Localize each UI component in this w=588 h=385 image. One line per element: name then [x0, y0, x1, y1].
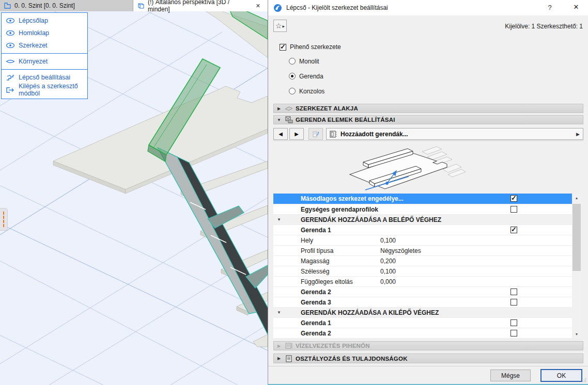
row-name: Gerenda 2 [285, 288, 331, 296]
row-name: Függőleges eltolás [285, 278, 353, 285]
palette-item-label: Környezet [19, 58, 48, 65]
beam-preview-drawing [335, 142, 506, 192]
table-row[interactable]: Profil típusa Négyszögletes [273, 245, 572, 255]
landing-structure-checkbox[interactable] [280, 44, 286, 51]
row-name: Gerenda 1 [285, 227, 331, 234]
row-name: Másodlagos szerkezet engedélye... [285, 195, 404, 202]
palette-item-treads[interactable]: Lépcsőlap [2, 14, 87, 27]
table-row[interactable]: Gerenda 3 [273, 297, 572, 307]
table-row[interactable]: Magasság 0,200 [273, 255, 572, 266]
table-group-row[interactable]: ▼ GERENDÁK HOZZÁADÁSA A BELÉPŐ VÉGHEZ [273, 214, 572, 224]
table-row[interactable]: Gerenda 1 [273, 224, 572, 235]
tab-story-label: 0. 0. Szint [0. 0. Szint] [14, 2, 75, 9]
palette-item-risers[interactable]: Homloklap [2, 27, 87, 39]
section-structure-shape[interactable]: ▶ SZERKEZET ALAKJA [273, 104, 583, 113]
transfer-settings-button[interactable] [308, 128, 323, 140]
flyout-caret-icon: ▶ [282, 24, 285, 28]
radio-label: Monolit [299, 58, 319, 65]
row-checkbox[interactable] [510, 195, 517, 202]
tab-close-icon[interactable]: ✕ [256, 3, 260, 9]
prev-page-button[interactable]: ◀ [273, 128, 288, 140]
row-checkbox[interactable] [510, 330, 517, 336]
row-name: Gerenda 2 [285, 330, 331, 337]
palette-item-stair-settings[interactable]: Lépcső beállításai [2, 71, 87, 84]
table-row[interactable]: Egységes gerendaprofilok [273, 204, 572, 214]
eye-closed-icon [6, 58, 15, 65]
row-checkbox[interactable] [510, 319, 517, 326]
row-value[interactable]: 0,100 [380, 268, 396, 275]
scroll-down-icon[interactable]: ▼ [572, 330, 581, 338]
table-row[interactable]: Másodlagos szerkezet engedélye... [273, 194, 572, 204]
cancel-button[interactable]: Mégse [490, 370, 531, 381]
tab-story[interactable]: 0. 0. Szint [0. 0. Szint] [0, 0, 133, 11]
section-beam-elements[interactable]: ▼ GERENDA ELEMEK BEÁLLÍTÁSAI [273, 115, 583, 124]
ok-button[interactable]: OK [540, 369, 582, 382]
table-scrollbar[interactable]: ▲ ▼ [572, 194, 581, 338]
section-classification[interactable]: ▶ OSZTÁLYOZÁS ÉS TULAJDONSÁGOK [273, 354, 583, 363]
scrollbar-thumb[interactable] [572, 204, 581, 271]
row-name: Egységes gerendaprofilok [285, 206, 378, 213]
table-group-row[interactable]: ▼ GERENDÁK HOZZÁADÁSA A KILÉPŐ VÉGHEZ [273, 307, 572, 317]
row-name: Hely [285, 237, 313, 244]
palette-separator [2, 53, 87, 54]
row-value[interactable]: 0,100 [380, 237, 396, 244]
radio-circle[interactable] [289, 88, 296, 94]
palette-item-label: Lépcsőlap [19, 17, 48, 24]
palette-item-environment[interactable]: Környezet [2, 55, 87, 68]
beam-elements-icon [284, 116, 293, 123]
table-row[interactable]: Gerenda 2 [273, 286, 572, 297]
palette-item-exit-edit-mode[interactable]: Kilépés a szerkesztő módból [2, 84, 87, 96]
collapse-caret-icon: ▶ [274, 106, 284, 111]
collapse-caret-icon: ▶ [274, 356, 284, 361]
scroll-up-icon[interactable]: ▲ [572, 194, 581, 202]
tab-3d-perspective[interactable]: (!) Általános perspektíva [3D / minden] … [133, 0, 268, 11]
radio-gerenda[interactable]: Gerenda [289, 69, 324, 84]
selection-status: Kijelölve: 1 Szerkeszthető: 1 [505, 23, 583, 30]
section-label: GERENDA ELEMEK BEÁLLÍTÁSAI [296, 117, 395, 123]
table-row[interactable]: Gerenda 1 [273, 317, 572, 328]
radio-konzolos[interactable]: Konzolos [289, 84, 324, 99]
row-value[interactable]: 0,000 [380, 278, 396, 285]
row-name: Magasság [285, 258, 329, 265]
table-row[interactable]: Függőleges eltolás 0,000 [273, 276, 572, 286]
next-page-button[interactable]: ▶ [289, 128, 304, 140]
row-value[interactable]: Négyszögletes [380, 247, 421, 254]
row-checkbox[interactable] [510, 299, 517, 306]
beam-page-dropdown[interactable]: Hozzáadott gerendák... ▶ [326, 128, 583, 140]
radio-circle[interactable] [289, 73, 296, 79]
row-checkbox[interactable] [510, 227, 517, 233]
added-beams-icon [330, 131, 337, 138]
row-name: Gerenda 3 [285, 299, 331, 306]
favorites-button[interactable]: ☆ ▶ [273, 20, 287, 32]
section-label: VÍZELVEZETÉS PIHENŐN [296, 343, 370, 349]
row-checkbox[interactable] [510, 206, 517, 213]
star-icon: ☆ [275, 22, 282, 29]
tab-3d-label: (!) Általános perspektíva [3D / minden] [148, 0, 253, 13]
dialog-titlebar[interactable]: Lépcső - Kijelölt szerkezet beállításai … [268, 0, 588, 15]
palette-item-structure[interactable]: Szerkezet [2, 39, 87, 52]
table-row[interactable]: Szélesség 0,100 [273, 266, 572, 276]
dropdown-caret-icon: ▶ [576, 132, 580, 137]
group-name: GERENDÁK HOZZÁADÁSA A BELÉPŐ VÉGHEZ [285, 216, 441, 223]
palette-item-label: Homloklap [19, 29, 49, 37]
dialog-close-button[interactable]: ✕ [571, 3, 581, 11]
viewport-3d[interactable]: 0. 0. Szint [0. 0. Szint] (!) Általános … [0, 0, 268, 385]
table-row[interactable]: Hely 0,100 [273, 235, 572, 245]
table-row[interactable]: Gerenda 2 [273, 328, 572, 338]
radio-circle[interactable] [289, 58, 296, 65]
beam-parameters-table: Másodlagos szerkezet engedélye... Egység… [273, 194, 581, 338]
row-value[interactable]: 0,200 [380, 258, 396, 265]
classification-icon [284, 355, 293, 362]
footer-separator [268, 366, 588, 366]
archicad-stair-edit-window: 0. 0. Szint [0. 0. Szint] (!) Általános … [0, 0, 588, 385]
radio-monolit[interactable]: Monolit [289, 54, 324, 69]
row-checkbox[interactable] [510, 288, 517, 295]
collapsed-panel-handle[interactable] [0, 208, 8, 231]
help-button[interactable]: ? [546, 4, 554, 11]
resize-grip[interactable] [582, 378, 586, 382]
landing-structure-checkbox-row[interactable]: Pihenő szerkezete [280, 43, 341, 51]
exit-icon [6, 87, 15, 93]
dialog-title: Lépcső - Kijelölt szerkezet beállításai [286, 4, 388, 11]
palette-item-label: Kilépés a szerkesztő módból [19, 83, 83, 97]
group-name: GERENDÁK HOZZÁADÁSA A KILÉPŐ VÉGHEZ [285, 309, 439, 316]
